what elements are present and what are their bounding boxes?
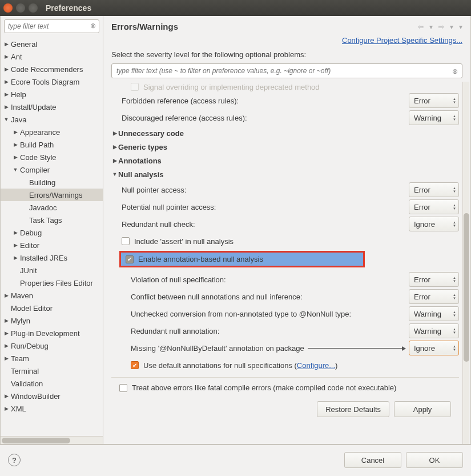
section-unnecessary-code[interactable]: ▶Unnecessary code bbox=[111, 126, 459, 140]
tree-item[interactable]: ▶Ant bbox=[1, 50, 103, 63]
tree-item[interactable]: Terminal bbox=[1, 365, 103, 377]
project-settings-link[interactable]: Configure Project Specific Settings... bbox=[103, 36, 470, 48]
chevron-right-icon[interactable]: ▶ bbox=[3, 79, 10, 85]
tree-item[interactable]: ▶Debug bbox=[1, 226, 103, 239]
tree-item[interactable]: Properties Files Editor bbox=[1, 277, 103, 289]
setting-label: Unchecked conversion from non-annotated … bbox=[131, 310, 409, 318]
window-close-icon[interactable] bbox=[3, 3, 13, 13]
enable-annotation-null-analysis-row[interactable]: ✔ Enable annotation-based null analysis bbox=[119, 251, 365, 267]
setting-label: Forbidden reference (access rules): bbox=[122, 97, 409, 105]
chevron-right-icon[interactable]: ▶ bbox=[3, 54, 10, 59]
clear-icon[interactable]: ⊗ bbox=[90, 22, 96, 30]
nav-back-menu-icon[interactable]: ▾ bbox=[429, 23, 433, 31]
chevron-right-icon[interactable]: ▶ bbox=[3, 91, 10, 97]
tree-item[interactable]: ▶Run/Debug bbox=[1, 339, 103, 352]
potential-null-pointer-combo[interactable]: Error▲▼ bbox=[409, 199, 459, 214]
redundant-null-check-combo[interactable]: Ignore▲▼ bbox=[409, 217, 459, 231]
tree-item[interactable]: ▶Help bbox=[1, 88, 103, 101]
tree-item-label: Appearance bbox=[20, 128, 60, 137]
chevron-right-icon[interactable]: ▶ bbox=[3, 41, 10, 47]
redundant-null-annotation-combo[interactable]: Warning▲▼ bbox=[409, 323, 459, 338]
clear-icon[interactable]: ⊗ bbox=[452, 67, 458, 75]
chevron-right-icon[interactable]: ▶ bbox=[3, 355, 10, 361]
tree-item[interactable]: ▼Java bbox=[1, 113, 103, 126]
tree-item[interactable]: ▶Maven bbox=[1, 289, 103, 302]
violation-null-spec-combo[interactable]: Error▲▼ bbox=[409, 272, 459, 287]
preferences-tree[interactable]: ▶General▶Ant▶Code Recommenders▶Ecore Too… bbox=[1, 37, 103, 436]
tree-item[interactable]: ▶Editor bbox=[1, 239, 103, 251]
checkbox[interactable] bbox=[131, 83, 139, 91]
instruction-text: Select the severity level for the follow… bbox=[103, 48, 470, 61]
ok-button[interactable]: OK bbox=[406, 452, 463, 468]
tree-item[interactable]: ▶WindowBuilder bbox=[1, 390, 103, 402]
window-maximize-icon[interactable] bbox=[29, 3, 38, 13]
tree-item[interactable]: ▶Appearance bbox=[1, 126, 103, 138]
chevron-right-icon[interactable]: ▶ bbox=[3, 293, 10, 298]
tree-item[interactable]: ▶XML bbox=[1, 402, 103, 415]
tree-item[interactable]: ▶Code Recommenders bbox=[1, 63, 103, 75]
settings-filter-input[interactable] bbox=[111, 63, 462, 78]
sidebar-horizontal-scrollbar[interactable] bbox=[1, 436, 103, 444]
tree-item[interactable]: Errors/Warnings bbox=[1, 189, 103, 201]
missing-nonnull-default-combo[interactable]: Ignore▲▼ bbox=[409, 341, 459, 355]
tree-item[interactable]: JUnit bbox=[1, 264, 103, 277]
tree-item[interactable]: ▼Compiler bbox=[1, 163, 103, 176]
section-null-analysis[interactable]: ▼Null analysis bbox=[111, 167, 459, 181]
tree-item[interactable]: ▶Team bbox=[1, 352, 103, 365]
chevron-right-icon[interactable]: ▶ bbox=[3, 393, 10, 399]
chevron-right-icon[interactable]: ▶ bbox=[12, 154, 19, 160]
chevron-right-icon[interactable]: ▶ bbox=[3, 330, 10, 336]
tree-item[interactable]: Javadoc bbox=[1, 201, 103, 214]
tree-item[interactable]: ▶General bbox=[1, 38, 103, 50]
tree-item-label: Maven bbox=[11, 291, 33, 300]
sidebar-filter-input[interactable] bbox=[4, 19, 99, 33]
tree-item[interactable]: ▶Ecore Tools Diagram bbox=[1, 75, 103, 88]
configure-annotations-link[interactable]: Configure... bbox=[297, 361, 335, 370]
tree-item[interactable]: ▶Mylyn bbox=[1, 314, 103, 327]
chevron-right-icon[interactable]: ▶ bbox=[3, 104, 10, 110]
titlebar: Preferences bbox=[0, 0, 471, 16]
section-generic-types[interactable]: ▶Generic types bbox=[111, 140, 459, 154]
window-minimize-icon[interactable] bbox=[16, 3, 25, 13]
conflict-null-annotations-combo[interactable]: Error▲▼ bbox=[409, 289, 459, 304]
chevron-right-icon[interactable]: ▶ bbox=[3, 343, 10, 349]
nav-menu-icon[interactable]: ▾ bbox=[459, 23, 462, 31]
restore-defaults-button[interactable]: Restore Defaults bbox=[317, 401, 389, 417]
discouraged-reference-combo[interactable]: Warning▲▼ bbox=[409, 110, 459, 125]
include-assert-checkbox[interactable] bbox=[122, 237, 130, 245]
tree-item[interactable]: ▶Plug-in Development bbox=[1, 327, 103, 339]
cancel-button[interactable]: Cancel bbox=[344, 452, 401, 468]
tree-item[interactable]: Task Tags bbox=[1, 214, 103, 226]
tree-item-label: Terminal bbox=[11, 367, 39, 375]
help-icon[interactable]: ? bbox=[8, 454, 21, 466]
nav-back-icon[interactable]: ⇦ bbox=[418, 23, 424, 31]
chevron-right-icon[interactable]: ▶ bbox=[12, 242, 19, 248]
tree-item[interactable]: Building bbox=[1, 176, 103, 189]
null-pointer-access-combo[interactable]: Error▲▼ bbox=[409, 182, 459, 197]
chevron-down-icon[interactable]: ▼ bbox=[3, 117, 10, 122]
apply-button[interactable]: Apply bbox=[394, 401, 451, 417]
tree-item[interactable]: Validation bbox=[1, 377, 103, 390]
chevron-right-icon[interactable]: ▶ bbox=[12, 255, 19, 261]
chevron-right-icon[interactable]: ▶ bbox=[12, 230, 19, 235]
treat-fatal-checkbox[interactable] bbox=[119, 384, 127, 392]
chevron-down-icon[interactable]: ▼ bbox=[12, 167, 19, 173]
use-default-annotations-checkbox[interactable]: ✔ bbox=[131, 361, 139, 369]
settings-vertical-scrollbar[interactable] bbox=[462, 82, 469, 444]
tree-item[interactable]: ▶Install/Update bbox=[1, 101, 103, 113]
tree-item[interactable]: ▶Installed JREs bbox=[1, 251, 103, 264]
chevron-right-icon[interactable]: ▶ bbox=[3, 406, 10, 411]
nav-forward-icon[interactable]: ⇨ bbox=[438, 23, 444, 31]
chevron-right-icon[interactable]: ▶ bbox=[12, 129, 19, 135]
section-annotations[interactable]: ▶Annotations bbox=[111, 154, 459, 167]
tree-item[interactable]: Model Editor bbox=[1, 302, 103, 314]
chevron-right-icon[interactable]: ▶ bbox=[12, 142, 19, 147]
unchecked-conversion-combo[interactable]: Warning▲▼ bbox=[409, 306, 459, 321]
chevron-right-icon[interactable]: ▶ bbox=[3, 66, 10, 72]
enable-annotation-checkbox[interactable]: ✔ bbox=[126, 255, 134, 263]
forbidden-reference-combo[interactable]: Error▲▼ bbox=[409, 93, 459, 108]
tree-item[interactable]: ▶Build Path bbox=[1, 138, 103, 151]
nav-forward-menu-icon[interactable]: ▾ bbox=[450, 23, 453, 31]
chevron-right-icon[interactable]: ▶ bbox=[3, 318, 10, 323]
tree-item[interactable]: ▶Code Style bbox=[1, 151, 103, 163]
